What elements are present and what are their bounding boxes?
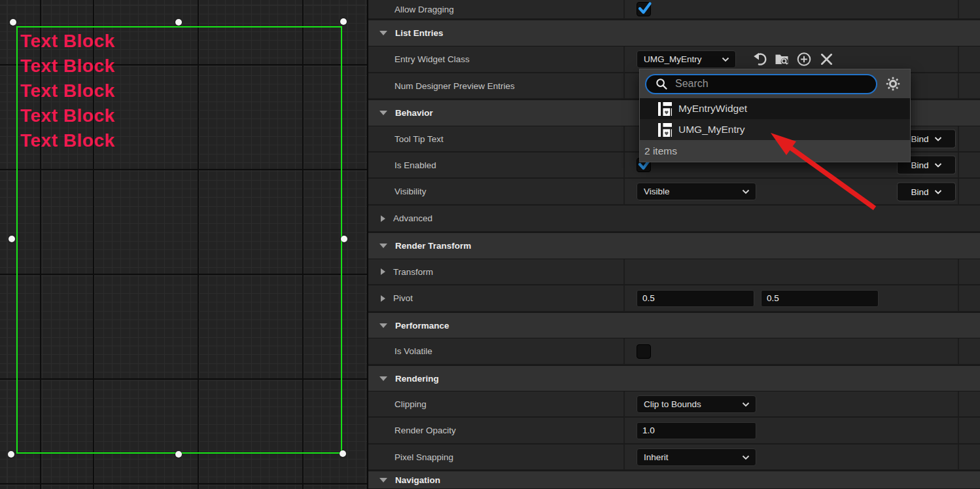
- entry-widget-class-dropdown[interactable]: UMG_MyEntry: [637, 50, 736, 68]
- property-label-cell: Clipping: [368, 391, 625, 416]
- property-label: Tool Tip Text: [394, 134, 444, 144]
- expander-collapsed-icon[interactable]: [381, 295, 385, 302]
- text-block-widget[interactable]: Text Block: [20, 103, 115, 128]
- chevron-down-icon: [742, 399, 750, 409]
- pivot-input-1[interactable]: [761, 290, 879, 307]
- property-label: Transform: [393, 267, 433, 277]
- expander-collapsed-icon[interactable]: [381, 268, 385, 275]
- property-label: Is Volatile: [394, 346, 432, 356]
- dropdown-value: Inherit: [644, 452, 669, 462]
- chevron-down-icon: [742, 187, 750, 196]
- property-label: Is Enabled: [394, 160, 436, 170]
- property-value-cell: [625, 206, 959, 231]
- property-label: Pixel Snapping: [394, 452, 453, 462]
- selection-handle[interactable]: [10, 19, 16, 26]
- property-value-cell: Clip to Bounds: [625, 391, 959, 416]
- bind-label: Bind: [911, 160, 928, 170]
- use-selected-asset-icon[interactable]: [752, 52, 767, 67]
- selection-handle[interactable]: [340, 18, 347, 25]
- section-title: Navigation: [395, 475, 440, 485]
- property-label: Advanced: [393, 213, 432, 223]
- bind-label: Bind: [911, 134, 928, 144]
- row-visibility: VisibilityVisibleBind: [368, 179, 980, 206]
- row-pixel-snapping: Pixel SnappingInherit: [368, 444, 980, 471]
- selection-handle[interactable]: [341, 236, 347, 242]
- row-allow-dragging: Allow Dragging: [368, 0, 980, 20]
- property-label-cell: Num Designer Preview Entries: [368, 73, 625, 98]
- section-collapse-icon[interactable]: [379, 111, 387, 115]
- search-box: [645, 74, 877, 94]
- property-label-cell: Entry Widget Class: [368, 46, 625, 72]
- section-collapse-icon[interactable]: [379, 244, 387, 248]
- browse-to-asset-icon[interactable]: [774, 52, 790, 67]
- search-icon: [654, 76, 669, 92]
- section-title: Behavior: [395, 108, 433, 118]
- property-label-cell: Is Enabled: [368, 153, 625, 177]
- dropdown-item-myentrywidget[interactable]: MyEntryWidget: [640, 98, 910, 119]
- section-title: List Entries: [395, 28, 444, 38]
- chevron-down-icon: [742, 452, 750, 462]
- render-opacity-input[interactable]: [637, 422, 756, 439]
- section-collapse-icon[interactable]: [379, 323, 387, 328]
- text-block-widget[interactable]: Text Block: [20, 29, 115, 54]
- expander-collapsed-icon[interactable]: [381, 215, 385, 222]
- chevron-down-icon: [934, 160, 942, 170]
- selection-handle[interactable]: [175, 19, 182, 26]
- section-title: Rendering: [395, 374, 439, 384]
- chevron-down-icon: [934, 134, 942, 144]
- text-block-widget[interactable]: Text Block: [20, 79, 115, 103]
- text-block-widget[interactable]: Text Block: [20, 54, 115, 79]
- pixel-snapping-dropdown[interactable]: Inherit: [637, 448, 756, 466]
- property-label-cell: Is Volatile: [368, 338, 625, 364]
- property-label: Num Designer Preview Entries: [394, 81, 515, 91]
- search-input[interactable]: [675, 78, 852, 90]
- section-header-rendering[interactable]: Rendering: [368, 365, 980, 391]
- dropdown-item-umg-myentry[interactable]: UMG_MyEntry: [640, 119, 910, 140]
- pivot-input-0[interactable]: [637, 290, 754, 307]
- section-collapse-icon[interactable]: [379, 478, 387, 482]
- property-label-cell: Advanced: [368, 206, 625, 231]
- section-collapse-icon[interactable]: [379, 376, 387, 381]
- section-header-navigation[interactable]: Navigation: [368, 471, 980, 489]
- property-label: Pivot: [393, 293, 413, 303]
- section-header-render-transform[interactable]: Render Transform: [368, 232, 980, 259]
- property-value-cell: Inherit: [625, 444, 959, 469]
- property-label: Clipping: [394, 399, 427, 409]
- property-label-cell: Pivot: [368, 285, 625, 311]
- chevron-down-icon: [934, 187, 942, 196]
- is-volatile-checkbox[interactable]: [637, 344, 651, 359]
- section-header-performance[interactable]: Performance: [368, 312, 980, 338]
- selection-handle[interactable]: [8, 451, 14, 458]
- row-pivot: Pivot: [368, 285, 980, 312]
- dropdown-value: Visible: [644, 187, 670, 196]
- row-is-volatile: Is Volatile: [368, 338, 980, 365]
- row-advanced: Advanced: [368, 206, 980, 232]
- bind-label: Bind: [911, 187, 928, 196]
- property-value-cell: [625, 285, 959, 311]
- designer-viewport: Text BlockText BlockText BlockText Block…: [0, 0, 368, 489]
- property-value-cell: [625, 259, 959, 284]
- text-block-widget[interactable]: Text Block: [20, 128, 115, 153]
- listview-preview[interactable]: Text BlockText BlockText BlockText Block…: [20, 29, 115, 153]
- visibility-dropdown[interactable]: Visible: [637, 183, 756, 200]
- allow-dragging-checkbox[interactable]: [637, 2, 651, 16]
- property-label: Entry Widget Class: [394, 54, 470, 64]
- property-value-cell: [625, 418, 959, 443]
- property-label-cell: Pixel Snapping: [368, 444, 625, 469]
- add-icon[interactable]: [796, 52, 812, 67]
- section-collapse-icon[interactable]: [379, 31, 387, 35]
- item-count: 2 items: [644, 145, 677, 157]
- property-label-cell: Allow Dragging: [368, 0, 625, 18]
- selection-handle[interactable]: [9, 236, 15, 242]
- property-label-cell: Render Opacity: [368, 418, 625, 443]
- dropdown-value: Clip to Bounds: [644, 399, 701, 409]
- property-value-cell: [625, 338, 959, 364]
- selection-handle[interactable]: [175, 451, 182, 458]
- selection-handle[interactable]: [340, 450, 346, 457]
- gear-icon[interactable]: [885, 76, 901, 92]
- bind-button[interactable]: Bind: [897, 182, 956, 201]
- section-header-list-entries[interactable]: List Entries: [368, 20, 980, 46]
- clipping-dropdown[interactable]: Clip to Bounds: [637, 395, 756, 413]
- property-label: Allow Dragging: [394, 5, 454, 14]
- clear-icon[interactable]: [818, 52, 834, 67]
